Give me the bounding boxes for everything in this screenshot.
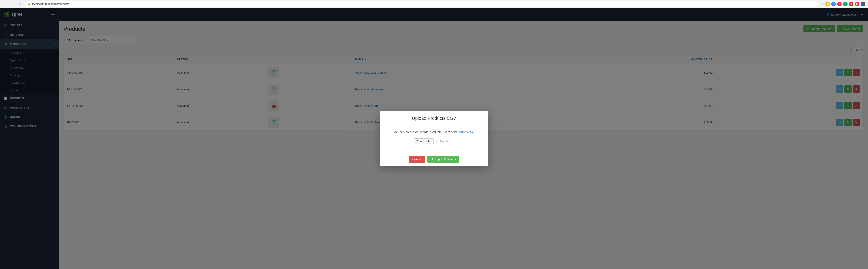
modal-overlay[interactable]: Upload Products CSV You can create or up… [0, 8, 868, 269]
ext-icon-5[interactable]: B [849, 2, 854, 6]
modal-header: Upload Products CSV [379, 111, 489, 125]
file-upload-area: Choose file No file chosen [385, 138, 483, 144]
file-name-display: No file chosen [435, 140, 454, 143]
choose-file-button[interactable]: Choose file [414, 138, 434, 144]
modal-description: You can create or update products. Here'… [385, 130, 483, 134]
modal-title: Upload Products CSV [385, 116, 483, 121]
bookmark-icon[interactable]: ☆ [821, 2, 824, 6]
lock-icon: 🔒 [27, 2, 31, 6]
url-bar[interactable]: 🔒 localhost:3000/admin/products [25, 1, 819, 7]
ext-icon-6[interactable]: E [855, 2, 859, 6]
cancel-button[interactable]: Cancel [409, 156, 425, 163]
extensions-area: ☆ ✉ G O S B E 👤 [821, 2, 865, 6]
modal-footer: Cancel ⬆ Import Products [379, 152, 489, 166]
ext-icon-7[interactable]: 👤 [861, 2, 865, 6]
ext-icon-4[interactable]: S [843, 2, 847, 6]
ext-icon-1[interactable]: ✉ [825, 2, 830, 6]
modal-body: You can create or update products. Here'… [379, 125, 489, 152]
back-button[interactable]: ← [3, 1, 8, 7]
refresh-button[interactable]: ⟳ [17, 1, 23, 7]
forward-button[interactable]: → [10, 1, 16, 7]
browser-chrome: ← → ⟳ 🔒 localhost:3000/admin/products ☆ … [0, 0, 868, 8]
url-text: localhost:3000/admin/products [32, 2, 69, 6]
upload-csv-modal: Upload Products CSV You can create or up… [379, 111, 489, 166]
modal-import-icon: ⬆ [431, 157, 434, 161]
sample-file-link[interactable]: sample file. [459, 130, 475, 134]
modal-import-button[interactable]: ⬆ Import Products [427, 156, 459, 163]
ext-icon-3[interactable]: O [837, 2, 842, 6]
ext-icon-2[interactable]: G [831, 2, 836, 6]
